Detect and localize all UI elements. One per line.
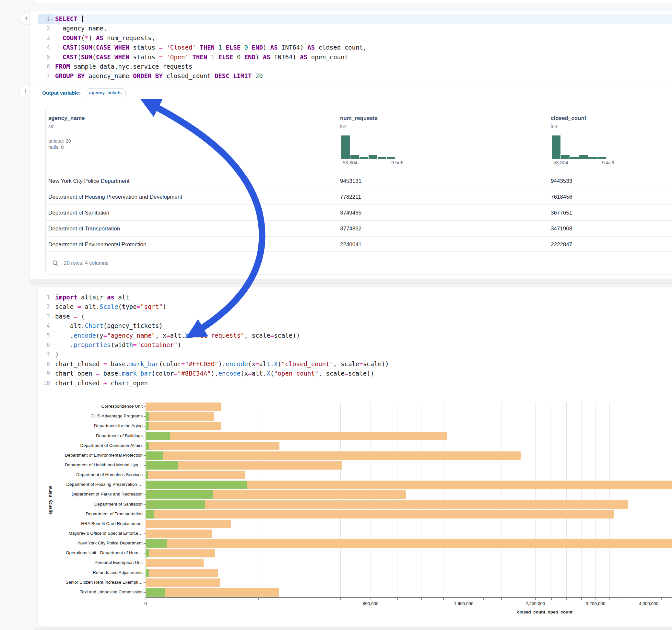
- line-number: 6: [38, 62, 50, 71]
- line-number: 2: [38, 24, 50, 33]
- output-variable-bar: Output variable: agency_tickets: [29, 83, 672, 102]
- code-text: import altair as alt: [54, 293, 129, 302]
- line-number: 3: [38, 33, 50, 43]
- table-cell: 2240041: [340, 237, 361, 252]
- column-header-closed_count[interactable]: closed_counti64: [551, 107, 586, 129]
- code-text: ): [54, 350, 59, 359]
- python-line-5[interactable]: 5 .encode(y="agency_name", x=alt.X("num_…: [38, 331, 672, 340]
- python-line-3[interactable]: 3⌄base = (: [38, 312, 672, 321]
- table-row-count: 20 rows, 4 columns: [64, 260, 109, 266]
- table-row[interactable]: Department of Environmental Protection22…: [46, 236, 672, 252]
- table-cell: 2222847: [551, 237, 572, 252]
- line-number: 4: [38, 43, 50, 52]
- histogram-min-label: 53,304: [553, 160, 568, 165]
- gutter-spacer: [50, 24, 54, 33]
- table-cell: 9453131: [340, 173, 361, 189]
- histogram-bar: [387, 157, 395, 159]
- gutter-spacer: [50, 331, 54, 340]
- table-row[interactable]: New York City Police Department945313194…: [46, 173, 672, 189]
- gutter-spacer: [50, 369, 54, 378]
- column-header-num_requests[interactable]: num_requestsi64: [340, 107, 378, 129]
- gutter-spacer: [50, 340, 54, 350]
- python-line-7[interactable]: 7): [38, 350, 672, 359]
- gutter-spacer: [50, 293, 54, 302]
- column-histogram: [341, 135, 395, 159]
- python-line-8[interactable]: 8chart_closed = base.mark_bar(color="#FF…: [38, 359, 672, 369]
- histogram-bar: [360, 157, 368, 159]
- python-line-2[interactable]: 2scale = alt.Scale(type="sqrt"): [38, 302, 672, 311]
- sql-line-1[interactable]: 1⌄SELECT: [38, 14, 672, 24]
- histogram-bar: [589, 157, 597, 159]
- search-icon[interactable]: [52, 260, 59, 266]
- results-table: agency_namestrunique: 20nulls: 0num_requ…: [45, 107, 672, 274]
- histogram-bar: [341, 136, 350, 159]
- python-line-9[interactable]: 9chart_open = base.mark_bar(color="#8BC3…: [38, 369, 672, 378]
- column-stat: unique: 20: [48, 138, 85, 144]
- fold-chevron-icon[interactable]: ⌄: [50, 14, 54, 24]
- histogram-max-label: 9.4e6: [602, 160, 614, 165]
- cell-gap-band: [29, 280, 672, 285]
- gutter-spacer: [50, 43, 54, 52]
- gutter-spacer: [50, 379, 54, 388]
- table-cell: New York City Police Department: [48, 173, 129, 189]
- histogram-min-label: 53,304: [343, 160, 358, 165]
- table-cell: 3774892: [340, 221, 361, 237]
- column-type: i64: [551, 123, 586, 129]
- table-row[interactable]: Department of Sanitation37494853677651: [46, 204, 672, 221]
- histogram-max-label: 9.5e6: [391, 160, 404, 165]
- code-text: chart_closed = base.mark_bar(color="#FFC…: [54, 359, 389, 369]
- table-cell: Department of Transportation: [48, 221, 120, 237]
- python-code-editor[interactable]: 1import altair as alt2scale = alt.Scale(…: [38, 293, 672, 388]
- code-text: .encode(y="agency_name", x=alt.X("num_re…: [54, 331, 300, 340]
- table-cell: 9443533: [551, 173, 572, 189]
- previous-cell-edge: [33, 0, 672, 4]
- histogram-bar: [368, 155, 377, 159]
- line-number: 1: [38, 14, 50, 24]
- column-name: num_requests: [340, 115, 378, 122]
- histogram-bar: [561, 155, 570, 159]
- histogram-bar: [552, 136, 560, 159]
- sql-line-3[interactable]: 3 COUNT(*) AS num_requests,: [38, 33, 672, 43]
- histogram-bar: [570, 157, 579, 159]
- sql-line-4[interactable]: 4 CAST(SUM(CASE WHEN status = 'Closed' T…: [38, 43, 672, 52]
- gutter-spacer: [50, 350, 54, 359]
- code-text: chart_closed + chart_open: [54, 379, 148, 388]
- fold-chevron-icon[interactable]: ⌄: [50, 312, 54, 321]
- gutter-spacer: [50, 71, 54, 81]
- histogram-bar: [597, 157, 606, 159]
- line-number: 6: [38, 340, 50, 350]
- sql-line-5[interactable]: 5 CAST(SUM(CASE WHEN status = 'Open' THE…: [38, 52, 672, 62]
- sql-line-6[interactable]: 6FROM sample_data.nyc.service_requests: [38, 62, 672, 71]
- table-row[interactable]: Department of Housing Preservation and D…: [46, 189, 672, 205]
- gutter-spacer: [50, 321, 54, 331]
- code-text: FROM sample_data.nyc.service_requests: [54, 62, 192, 71]
- sql-line-7[interactable]: 7GROUP BY agency_name ORDER BY closed_co…: [38, 71, 672, 81]
- python-line-6[interactable]: 6 .properties(width="container"): [38, 340, 672, 350]
- output-variable-label: Output variable:: [42, 90, 81, 96]
- sql-code-editor[interactable]: 1⌄SELECT 2 agency_name,3 COUNT(*) AS num…: [38, 14, 672, 81]
- line-number: 3: [38, 312, 50, 321]
- histogram-bar: [378, 157, 386, 159]
- table-row[interactable]: Department of Transportation377489234719…: [46, 220, 672, 237]
- line-number: 8: [38, 359, 50, 369]
- gutter-spacer: [50, 33, 54, 43]
- code-text: scale = alt.Scale(type="sqrt"): [54, 302, 166, 311]
- code-text: CAST(SUM(CASE WHEN status = 'Closed' THE…: [54, 43, 367, 52]
- sql-line-2[interactable]: 2 agency_name,: [38, 24, 672, 33]
- table-cell: 3471908: [551, 221, 572, 237]
- column-type: i64: [340, 123, 378, 129]
- python-line-1[interactable]: 1import altair as alt: [38, 293, 672, 302]
- column-header-agency_name[interactable]: agency_namestrunique: 20nulls: 0: [48, 107, 85, 150]
- python-line-4[interactable]: 4 alt.Chart(agency_tickets): [38, 321, 672, 331]
- column-name: agency_name: [48, 115, 85, 122]
- table-cell: 7618456: [551, 189, 572, 205]
- text-caret: [82, 16, 83, 22]
- column-stat: nulls: 0: [48, 144, 85, 150]
- column-histogram: [552, 135, 606, 159]
- python-line-10[interactable]: 10chart_closed + chart_open: [38, 379, 672, 388]
- gutter-spacer: [50, 359, 54, 369]
- table-footer: 20 rows, 4 columns: [46, 251, 672, 274]
- output-variable-pill[interactable]: agency_tickets: [86, 89, 126, 97]
- gutter-spacer: [50, 62, 54, 71]
- table-cell: 3749485: [340, 205, 361, 221]
